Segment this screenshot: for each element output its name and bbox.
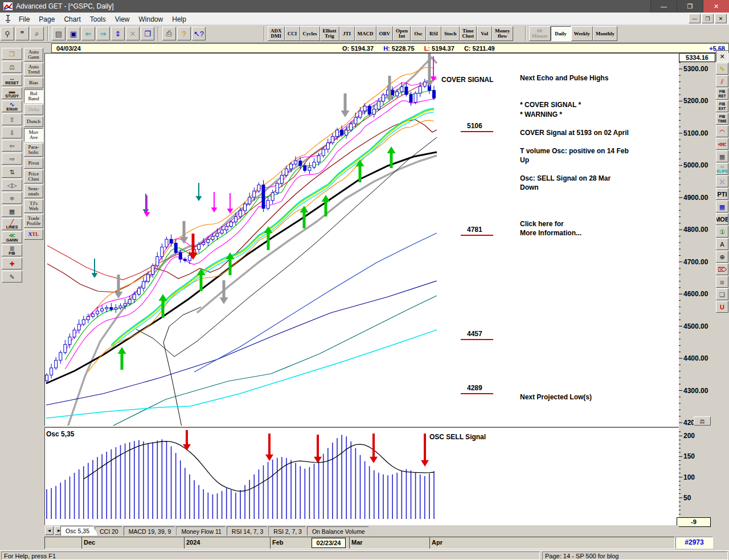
oscillator-pane[interactable]	[44, 427, 679, 525]
fib-retrace-tool[interactable]: FIB RET	[716, 88, 728, 100]
marked-date-box[interactable]: 02/23/24	[312, 538, 346, 548]
mdi-system-icon[interactable]	[4, 15, 12, 23]
notes-tool[interactable]: ❏	[716, 288, 728, 300]
cross-tool[interactable]: ✚	[2, 257, 22, 269]
study-price-clust-button[interactable]: Price Clust	[24, 170, 43, 183]
elliott-tool[interactable]: ∿Elliott	[2, 100, 22, 112]
search-one-tool[interactable]: ①	[716, 226, 728, 238]
menu-view[interactable]: View	[110, 14, 134, 25]
study-pivot-button[interactable]: Pivot	[24, 158, 43, 169]
study-auto-gann-button[interactable]: Auto Gann	[24, 48, 43, 62]
indicator-vol-button[interactable]: Vol	[477, 26, 492, 41]
scale-toggle-button[interactable]: ⚖	[694, 416, 711, 426]
study-donch-button[interactable]: Donch	[24, 116, 43, 127]
pin-icon[interactable]: ⚲	[1, 27, 14, 40]
bar-expand-tool[interactable]: ◁▷	[2, 179, 22, 191]
mob-tool[interactable]: MOB	[716, 213, 728, 225]
tab-scroll-left[interactable]: ◄	[45, 526, 54, 535]
indicator-cci-button[interactable]: CCI	[285, 26, 300, 41]
period-60-minute-button[interactable]: 60 Minute	[529, 26, 551, 41]
indicator-money-flow-button[interactable]: Money flow	[492, 26, 513, 41]
indicator-macd-button[interactable]: MACD	[355, 26, 376, 41]
title-bar[interactable]: Advanced GET - [^GSPC, Daily] — ❐ ✕	[0, 0, 729, 13]
quote-icon[interactable]: ❞	[15, 27, 29, 40]
gann-tool[interactable]: ≪GANN	[2, 231, 22, 243]
indicator-jti-button[interactable]: JTI	[339, 26, 355, 41]
fib-time-tool[interactable]: FIB TIME	[716, 113, 728, 125]
menu-help[interactable]: Help	[167, 14, 191, 25]
grid-tool[interactable]: ▦	[2, 205, 22, 217]
magnet-tool[interactable]: U	[716, 301, 728, 313]
grid-tool[interactable]: ▦	[716, 150, 728, 162]
study-delta-button[interactable]: Delta	[24, 104, 43, 115]
period-weekly-button[interactable]: Weekly	[571, 26, 593, 41]
tab-osc-5-35[interactable]: Osc 5,35	[60, 526, 98, 536]
tab-money-flow-11[interactable]: Money Flow 11	[176, 526, 230, 536]
arrow-down-tool[interactable]: ⇩	[2, 126, 22, 138]
price-axis[interactable]: 5300.005200.005100.005000.004900.004800.…	[679, 53, 716, 426]
crossed-lines-tool[interactable]: ⤫	[716, 175, 728, 187]
tab-macd-19-39-9[interactable]: MACD 19, 39, 9	[124, 526, 180, 536]
search-icon[interactable]: ⌕	[30, 27, 44, 40]
tile-pages-icon[interactable]: ❐	[141, 27, 154, 40]
arrow-left-tool[interactable]: ⇦	[2, 140, 22, 152]
prev-chart-icon[interactable]: ⇐	[81, 27, 95, 40]
study-trade-profile-button[interactable]: Trade Profile	[24, 214, 43, 228]
properties-tool[interactable]: ✎	[2, 271, 22, 283]
next-chart-icon[interactable]: ⇒	[96, 27, 110, 40]
minimize-button[interactable]: —	[650, 0, 677, 13]
attach-study-icon[interactable]: ⇕	[111, 27, 125, 40]
study-xtl-button[interactable]: XTL	[24, 229, 43, 240]
help-icon[interactable]: ?	[177, 27, 191, 40]
study-para--bolic-button[interactable]: Para- bolic	[24, 143, 43, 157]
fib-circle-tool[interactable]: ◠	[716, 125, 728, 137]
study-mov-ave-button[interactable]: Mov Ave	[24, 128, 43, 142]
bar-compress-tool[interactable]: ≑	[2, 192, 22, 204]
menu-tools[interactable]: Tools	[85, 14, 110, 25]
indicator-osc-button[interactable]: Osc	[411, 26, 426, 41]
tab-cci-20[interactable]: CCI 20	[95, 526, 127, 536]
period-monthly-button[interactable]: Monthly	[593, 26, 617, 41]
lines-tool[interactable]: ╱LINES	[2, 218, 22, 230]
mdi-restore-button[interactable]: ❐	[702, 14, 714, 23]
indicator-stoch-button[interactable]: Stoch	[441, 26, 460, 41]
scales-tool[interactable]: ⚖	[2, 61, 22, 73]
reset-tool[interactable]: ↔RESET	[2, 74, 22, 86]
fan-lines-tool[interactable]: ⋘	[716, 138, 728, 150]
indicator-adx-dmi-button[interactable]: ADX DMI	[268, 26, 285, 41]
eraser-tool[interactable]: ⌦	[716, 263, 728, 275]
period-daily-button[interactable]: Daily	[551, 26, 571, 41]
save-icon[interactable]: ▣	[67, 27, 80, 40]
arrow-up-tool[interactable]: ⇧	[2, 113, 22, 125]
menu-file[interactable]: File	[14, 14, 34, 25]
indicator-elliott-trig-button[interactable]: Elliott Trig	[320, 26, 339, 41]
trend-lines-tool[interactable]: ⫽	[716, 75, 728, 87]
indicator-rsi-button[interactable]: RSI	[426, 26, 441, 41]
study-bias-button[interactable]: Bias	[24, 77, 43, 88]
open-chart-tool[interactable]: ❒	[2, 48, 22, 60]
more-information-link[interactable]: More Information...	[520, 229, 581, 237]
context-help-icon[interactable]: ↖?	[192, 27, 206, 40]
indicator-obv-button[interactable]: OBV	[376, 26, 394, 41]
menu-chart[interactable]: Chart	[59, 14, 85, 25]
indicator-time-clust-button[interactable]: Time Clust	[460, 26, 477, 41]
text-label-tool[interactable]: A	[716, 238, 728, 250]
delete-x-tool[interactable]: ✕	[716, 50, 728, 62]
pti-tool[interactable]: PTI	[716, 188, 728, 200]
study-auto-trend-button[interactable]: Auto Trend	[24, 63, 43, 76]
price-chart[interactable]	[44, 53, 679, 426]
menu-page[interactable]: Page	[34, 14, 59, 25]
bar-shift-tool[interactable]: ⇅	[2, 166, 22, 178]
mdi-minimize-button[interactable]: —	[689, 14, 701, 23]
ellipse-tool[interactable]: ⬭ ELIPS	[716, 163, 728, 175]
fib-tool[interactable]: ≣FIB	[2, 244, 22, 256]
oscillator-axis[interactable]: 20015010050	[679, 427, 716, 525]
remove-page-icon[interactable]: ✕	[126, 27, 140, 40]
tab-rsi-2-7-3[interactable]: RSI 2, 7, 3	[268, 526, 310, 536]
new-page-icon[interactable]: ▤	[52, 27, 65, 40]
study-tool[interactable]: ▬STUDY	[2, 87, 22, 99]
tab-on-balance-volume[interactable]: On Balance Volume	[307, 526, 374, 536]
study-seas--onals-button[interactable]: Seas- onals	[24, 185, 43, 198]
study-bol-band-button[interactable]: Bol Band	[24, 89, 43, 103]
indicator-open-int-button[interactable]: Open Int	[393, 26, 411, 41]
